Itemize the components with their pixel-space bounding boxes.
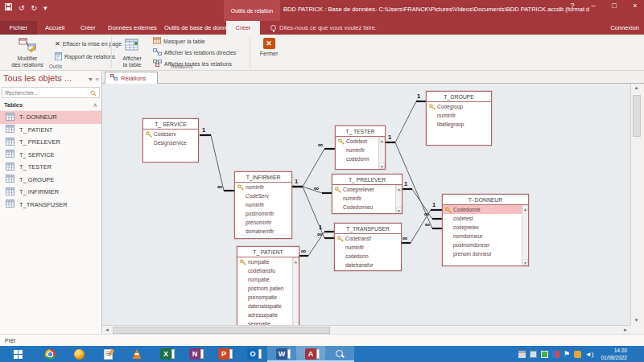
scroll-down-icon[interactable]: ▼ bbox=[379, 162, 385, 169]
flag-icon[interactable]: ⚑ bbox=[564, 351, 570, 358]
scroll-down-icon[interactable]: ▼ bbox=[522, 259, 528, 265]
vertical-scroll-thumb[interactable] bbox=[633, 95, 641, 137]
table-box-t-groupe[interactable]: T_GROUPECodegroupnuminfirlibellegroup bbox=[426, 91, 492, 146]
field-row-nompatie[interactable]: nompatie bbox=[237, 275, 299, 284]
table-box-t-donneur[interactable]: T- DONNEURCodedonnecodetestcodeprelevnom… bbox=[442, 194, 529, 266]
scroll-up-icon[interactable]: ▲ bbox=[396, 185, 402, 191]
undo-icon[interactable]: ↺ bbox=[19, 4, 25, 12]
nav-item-t-prelever[interactable]: T_ PRELEVER bbox=[0, 136, 101, 149]
field-row-codegroup[interactable]: Codegroup bbox=[427, 102, 491, 111]
nav-item-t-service[interactable]: T_ SERVICE bbox=[0, 149, 101, 162]
shutter-bar-close-icon[interactable]: « bbox=[96, 76, 99, 83]
journal-icon[interactable] bbox=[93, 346, 122, 362]
relationship-line-prelever-donneur[interactable]: 1∞ bbox=[402, 180, 442, 219]
vertical-scrollbar[interactable]: ▲ ▼ bbox=[630, 84, 642, 325]
field-row-codedonn[interactable]: codedonn bbox=[336, 154, 385, 163]
nav-item-t-patient[interactable]: T_ PATIENT bbox=[0, 124, 101, 137]
field-row-codeprelever[interactable]: Codeprelever bbox=[332, 185, 402, 194]
table-box-title[interactable]: T_ TESTER bbox=[336, 126, 385, 137]
table-box-title[interactable]: T_GROUPE bbox=[427, 92, 491, 102]
field-row-sexepatie[interactable]: sexepatie bbox=[237, 319, 299, 325]
table-box-t-tester[interactable]: T_ TESTERCodetestnuminfircodedonn▲▼ bbox=[335, 125, 386, 170]
relationship-line-infirmier-prelever[interactable]: ∞ bbox=[292, 184, 332, 193]
field-row-codeprelev[interactable]: codeprelev bbox=[443, 223, 528, 232]
field-row-codeserv[interactable]: Codeserv bbox=[143, 130, 198, 138]
relationship-line-tester-groupe[interactable]: 11 bbox=[386, 93, 426, 142]
relationship-line-transfuser-patient[interactable]: ∞1 bbox=[299, 224, 334, 256]
direct-relationships-button[interactable]: Afficher les relations directes bbox=[153, 47, 236, 57]
collapse-chevron-icon[interactable]: ∧ bbox=[93, 101, 98, 109]
table-box-title[interactable]: T_TRANSFUSER bbox=[335, 224, 401, 234]
save-icon[interactable] bbox=[5, 3, 12, 12]
table-box-title[interactable]: T_INFIRMIER bbox=[235, 172, 291, 183]
tab-creer-contextual-active[interactable]: Créer bbox=[226, 21, 260, 35]
volume-icon[interactable]: ◄) bbox=[585, 351, 594, 358]
outlook-icon[interactable]: O bbox=[238, 346, 267, 362]
field-row-codedonneu[interactable]: Codedonneu bbox=[332, 203, 402, 212]
table-box-scrollbar[interactable]: ▲▼ bbox=[395, 185, 402, 213]
minimize-button[interactable]: – bbox=[588, 2, 599, 10]
alert-icon[interactable] bbox=[574, 351, 581, 358]
relationship-line-transfuser-donneur[interactable]: ∞1 bbox=[402, 201, 442, 243]
scroll-up-icon[interactable]: ▲ bbox=[379, 137, 385, 143]
field-row-nominfir[interactable]: nominfir bbox=[235, 200, 291, 209]
network-icon[interactable] bbox=[552, 351, 559, 358]
nav-menu-dropdown-icon[interactable]: ▾ bbox=[89, 76, 93, 83]
relationship-line-infirmier-transfuser[interactable]: ∞ bbox=[292, 187, 334, 238]
tab-fichier[interactable]: Fichier bbox=[0, 21, 37, 35]
scroll-right-icon[interactable]: ► bbox=[621, 326, 630, 335]
horizontal-scroll-thumb[interactable] bbox=[113, 327, 330, 334]
field-row-codetest[interactable]: codetest bbox=[443, 214, 528, 223]
restore-button[interactable]: □ bbox=[609, 2, 620, 10]
field-row-prenom-donneur[interactable]: prenom donneur bbox=[443, 249, 528, 258]
table-box-scrollbar[interactable]: ▲▼ bbox=[522, 205, 528, 265]
nav-item-t-tester[interactable]: T_ TESTER bbox=[0, 161, 101, 174]
field-row-nomdonneur[interactable]: nomdonneur bbox=[443, 232, 528, 241]
field-row-postnomdonner[interactable]: postnomdonner bbox=[443, 241, 528, 249]
scroll-up-icon[interactable]: ▲ bbox=[293, 257, 299, 264]
field-row-codedonne[interactable]: Codedonne bbox=[443, 205, 528, 214]
field-row-numinfir[interactable]: numinfir bbox=[336, 146, 385, 154]
nav-section-tables[interactable]: Tables ∧ bbox=[0, 100, 101, 111]
field-row-codeserv[interactable]: CodeServ bbox=[235, 191, 291, 200]
tab-creer[interactable]: Créer bbox=[74, 21, 102, 35]
search-input[interactable] bbox=[2, 90, 90, 96]
nav-pane-title[interactable]: Tous les objets ... bbox=[3, 73, 72, 83]
qat-customize-icon[interactable]: ▾ bbox=[43, 4, 47, 12]
word-icon[interactable]: W bbox=[267, 346, 296, 362]
table-box-title[interactable]: T- DONNEUR bbox=[443, 195, 528, 205]
field-row-numinfir[interactable]: numinfir bbox=[335, 243, 401, 252]
close-button[interactable]: × bbox=[630, 2, 641, 10]
field-row-datenaisspatie[interactable]: datenaisspatie bbox=[237, 302, 299, 311]
relationship-line-infirmier-tester[interactable]: 1∞ bbox=[292, 141, 335, 187]
field-row-numinfir[interactable]: numinfir bbox=[427, 111, 491, 120]
field-row-codetransfu[interactable]: codetransfu bbox=[237, 266, 299, 275]
start-button[interactable] bbox=[0, 346, 35, 362]
field-row-datetransfur[interactable]: datetransfur bbox=[335, 261, 401, 269]
search-icon[interactable] bbox=[90, 85, 99, 100]
close-relationships-button[interactable]: ✕ Fermer bbox=[253, 36, 285, 68]
field-row-numinfir[interactable]: numinfir bbox=[332, 194, 402, 203]
table-box-title[interactable]: T_ SERVICE bbox=[143, 119, 198, 130]
relationship-line-service-infirmier[interactable]: 1∞ bbox=[200, 126, 235, 191]
nav-item-t-transfuser[interactable]: T_TRANSFUSER bbox=[0, 199, 101, 212]
table-box-t-transfuser[interactable]: T_TRANSFUSERCodetransfnuminfircodedonnda… bbox=[334, 223, 402, 271]
table-box-t-patient[interactable]: T_ PATIENTnumpatiecodetransfunompatiepos… bbox=[237, 246, 299, 325]
taskbar-clock[interactable]: 14:20 01/08/2022 bbox=[597, 347, 627, 361]
field-row-numpatie[interactable]: numpatie bbox=[237, 257, 299, 266]
table-box-scrollbar[interactable]: ▲▼ bbox=[292, 257, 299, 325]
relationship-report-button[interactable]: Rapport de relations bbox=[55, 51, 115, 61]
relations-document-tab[interactable]: Relations bbox=[105, 72, 158, 84]
excel-icon[interactable]: X bbox=[151, 346, 180, 362]
tell-me-box[interactable]: Dites-nous ce que vous voulez faire. bbox=[270, 21, 377, 35]
table-box-title[interactable]: T_ PRELEVER bbox=[332, 175, 402, 185]
vlc-icon[interactable] bbox=[122, 346, 151, 362]
battery-icon[interactable] bbox=[541, 351, 548, 358]
sign-in-link[interactable]: Connexion bbox=[610, 21, 639, 35]
nav-item-t-infirmier[interactable]: T_ INFIRMIER bbox=[0, 186, 101, 199]
scroll-up-icon[interactable]: ▲ bbox=[632, 84, 642, 93]
scroll-down-icon[interactable]: ▼ bbox=[632, 316, 642, 325]
horizontal-scrollbar[interactable]: ◄ ► bbox=[102, 325, 630, 334]
field-row-codetransf[interactable]: Codetransf bbox=[335, 234, 401, 243]
table-box-t-infirmier[interactable]: T_INFIRMIERnuminfirCodeServnominfirpostn… bbox=[234, 171, 292, 239]
